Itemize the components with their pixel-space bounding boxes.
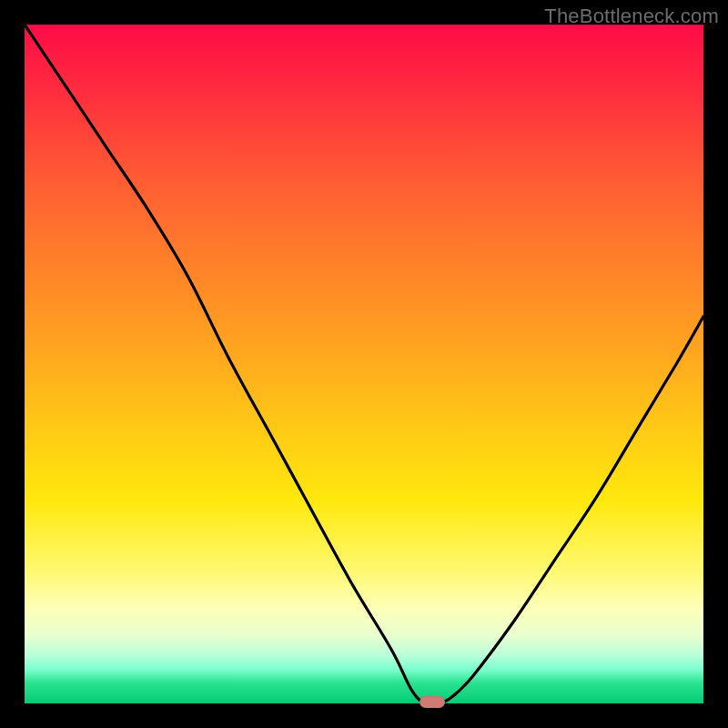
chart-frame: TheBottleneck.com [0,0,728,728]
bottleneck-curve [25,25,703,703]
watermark-text: TheBottleneck.com [544,5,719,28]
curve-path [25,25,703,705]
optimal-marker [420,696,445,708]
